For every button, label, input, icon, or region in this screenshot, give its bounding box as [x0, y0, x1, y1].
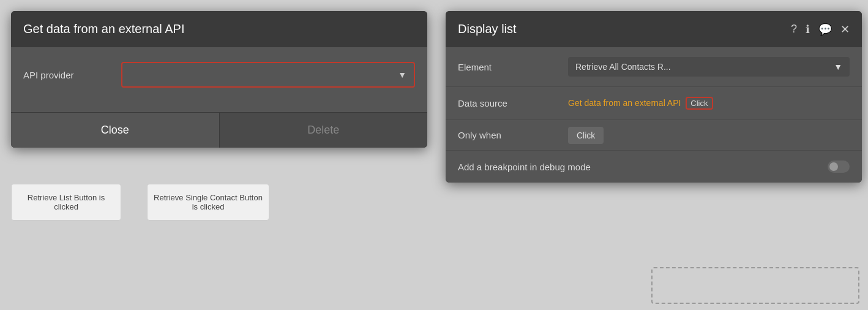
- modal-display-list: Display list ? ℹ 💬 ✕ Element Retrieve Al…: [446, 11, 862, 183]
- breakpoint-label: Add a breakpoint in debug mode: [458, 162, 591, 172]
- modal-left-body: API provider ▼: [11, 47, 427, 112]
- modal-left-footer: Close Delete: [11, 112, 427, 148]
- element-dropdown-arrow: ▼: [834, 62, 842, 72]
- modal-left-title: Get data from an external API: [11, 11, 427, 47]
- data-source-label: Data source: [458, 98, 568, 108]
- only-when-label: Only when: [458, 130, 568, 140]
- data-source-link[interactable]: Get data from an external API: [568, 98, 681, 108]
- api-provider-dropdown[interactable]: ▼: [121, 62, 415, 88]
- dropdown-arrow-icon: ▼: [398, 70, 406, 80]
- only-when-row: Only when Click: [446, 120, 862, 151]
- only-when-value-area: Click: [568, 130, 850, 140]
- element-dropdown[interactable]: Retrieve All Contacts R... ▼: [568, 57, 850, 77]
- api-provider-row: API provider ▼: [23, 62, 415, 88]
- breakpoint-row: Add a breakpoint in debug mode: [446, 151, 862, 183]
- data-source-value-area: Get data from an external API Click: [568, 97, 850, 110]
- modal-right-title: Display list: [458, 22, 517, 36]
- chat-icon[interactable]: 💬: [818, 23, 832, 36]
- only-when-click[interactable]: Click: [568, 127, 604, 144]
- data-source-row: Data source Get data from an external AP…: [446, 87, 862, 120]
- element-label: Element: [458, 62, 568, 72]
- workflow-item-retrieve-list: Retrieve List Button is clicked: [11, 184, 121, 221]
- delete-button[interactable]: Delete: [220, 113, 428, 148]
- modal-get-data-api: Get data from an external API API provid…: [11, 11, 427, 148]
- dashed-border-area: [651, 267, 859, 304]
- info-icon[interactable]: ℹ: [806, 23, 810, 36]
- header-icons: ? ℹ 💬 ✕: [791, 23, 850, 36]
- toggle-knob: [829, 162, 838, 171]
- close-icon[interactable]: ✕: [840, 23, 850, 36]
- breakpoint-toggle[interactable]: [828, 161, 850, 173]
- element-dropdown-value[interactable]: Retrieve All Contacts R... ▼: [568, 57, 850, 77]
- help-icon[interactable]: ?: [791, 23, 797, 36]
- api-provider-label: API provider: [23, 70, 121, 80]
- element-row: Element Retrieve All Contacts R... ▼: [446, 47, 862, 87]
- modal-right-header: Display list ? ℹ 💬 ✕: [446, 11, 862, 47]
- workflow-item-retrieve-single: Retrieve Single Contact Button is clicke…: [147, 184, 269, 221]
- click-badge[interactable]: Click: [686, 97, 713, 110]
- modal-right-body: Element Retrieve All Contacts R... ▼ Dat…: [446, 47, 862, 183]
- close-button[interactable]: Close: [11, 113, 220, 148]
